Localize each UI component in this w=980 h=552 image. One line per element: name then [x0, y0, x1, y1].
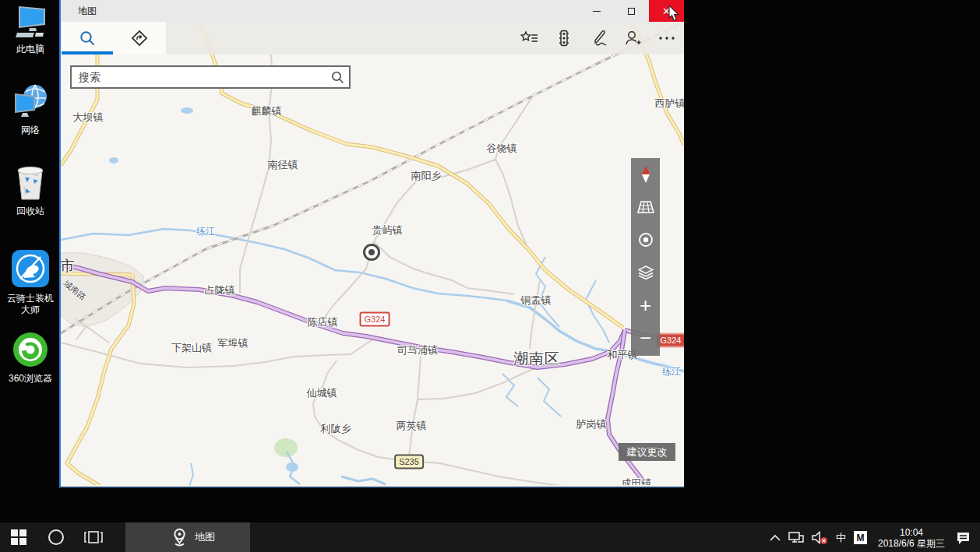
map-label: 麒麟镇	[252, 104, 282, 118]
map-label: 成田镇	[622, 476, 652, 485]
toolbar-right-icons	[513, 22, 684, 54]
map-label: 占陇镇	[205, 283, 235, 297]
desktop-icon-recycle-bin[interactable]: 回收站	[0, 163, 61, 217]
map-label: 军埠镇	[218, 336, 249, 350]
map-label: 南阳乡	[411, 169, 442, 183]
window-title: 地图	[78, 5, 97, 18]
more-icon[interactable]	[650, 22, 684, 54]
map-label: 铜盂镇	[521, 294, 552, 308]
tray-volume-muted-icon[interactable]	[808, 522, 832, 552]
desktop-icon-yunqishi[interactable]: 云骑士装机大师	[0, 249, 61, 316]
this-pc-icon	[12, 5, 48, 39]
map-label: 仙城镇	[307, 386, 337, 400]
mouse-cursor	[668, 5, 681, 26]
minimize-button[interactable]	[579, 0, 614, 22]
desktop-icon-label: 网络	[0, 125, 61, 136]
minimize-icon	[593, 11, 601, 12]
task-view-button[interactable]	[75, 522, 112, 552]
suggest-change-button[interactable]: 建议更改	[619, 443, 675, 461]
taskbar-app-maps[interactable]: 地图	[125, 522, 250, 552]
taskbar-app-label: 地图	[195, 530, 215, 544]
maximize-icon	[628, 8, 635, 15]
cortana-button[interactable]	[37, 522, 75, 552]
tab-search[interactable]	[61, 22, 114, 54]
network-icon	[12, 83, 49, 120]
search-box	[70, 65, 351, 89]
desktop-icon-label: 回收站	[0, 206, 61, 217]
desktop-icon-column: 此电脑 网络 回收站	[0, 0, 61, 522]
my-location-icon[interactable]	[631, 223, 660, 256]
map-label: 市	[61, 256, 76, 276]
map-label: 胪岗镇	[576, 417, 607, 431]
tab-directions[interactable]	[114, 22, 167, 54]
add-people-icon[interactable]	[615, 22, 650, 54]
taskbar-clock[interactable]: 10:04 2018/6/6 星期三	[871, 527, 952, 549]
system-tray: 中 M 10:04 2018/6/6 星期三	[766, 522, 980, 552]
map-label: 陈店镇	[308, 315, 338, 329]
traffic-icon[interactable]	[547, 22, 581, 54]
map-label: 潮南区	[513, 349, 560, 369]
desktop-icon-label: 此电脑	[0, 44, 61, 55]
map-controls-panel: + −	[631, 158, 660, 356]
tray-m-badge[interactable]: M	[850, 522, 871, 552]
desktop-icon-label: 360浏览器	[0, 373, 61, 385]
maps-window: 大坝镇麒麟镇南径镇谷饶镇西胪镇南阳乡贵屿镇练江占陇镇陈店镇铜盂镇下架山镇军埠镇司…	[59, 0, 684, 488]
maps-pin-icon	[171, 528, 189, 547]
taskbar: 地图 中 M 10:04 2018/6/6 星期三	[0, 522, 980, 552]
yunqishi-app-icon	[11, 249, 50, 288]
tilt-icon[interactable]	[631, 191, 660, 223]
map-label: 司马浦镇	[397, 343, 438, 357]
task-view-icon	[84, 530, 103, 544]
desktop-screen: 此电脑 网络 回收站	[0, 0, 980, 552]
map-label: 利陂乡	[321, 422, 351, 436]
compass-icon[interactable]	[631, 158, 660, 191]
cortana-circle-icon	[48, 529, 65, 546]
360-browser-icon	[12, 331, 49, 368]
map-label: 贵屿镇	[372, 223, 403, 237]
clock-time: 10:04	[878, 527, 945, 538]
recycle-bin-icon	[14, 163, 47, 201]
favorites-icon[interactable]	[513, 22, 547, 54]
map-location-marker[interactable]	[363, 244, 380, 261]
toolbar-left-panel	[61, 22, 166, 54]
map-label: 谷饶镇	[487, 142, 517, 156]
search-icon	[79, 30, 95, 46]
map-canvas[interactable]: 大坝镇麒麟镇南径镇谷饶镇西胪镇南阳乡贵屿镇练江占陇镇陈店镇铜盂镇下架山镇军埠镇司…	[61, 22, 684, 485]
tray-chevron-up-icon[interactable]	[766, 522, 784, 552]
road-badge: S235	[394, 455, 424, 469]
desktop-icon-network[interactable]: 网络	[0, 83, 61, 136]
map-label: 南径镇	[268, 158, 298, 172]
action-center-icon[interactable]	[952, 522, 980, 552]
road-badge: G324	[360, 312, 390, 327]
layers-icon[interactable]	[631, 256, 660, 289]
desktop-icon-label: 云骑士装机大师	[5, 293, 55, 316]
map-label: 西胪镇	[655, 97, 685, 111]
tray-network-icon[interactable]	[784, 522, 808, 552]
road-badge: G324	[656, 333, 684, 348]
desktop-icon-360-browser[interactable]: 360浏览器	[0, 331, 61, 385]
map-label: 练江	[196, 225, 215, 238]
map-label: 两英镇	[397, 419, 427, 433]
search-submit-icon[interactable]	[326, 71, 349, 84]
maps-toolbar	[61, 22, 684, 54]
tray-ime-indicator[interactable]: 中	[832, 522, 850, 552]
map-label: 大坝镇	[73, 111, 104, 125]
ink-icon[interactable]	[581, 22, 615, 54]
windows-logo-icon	[11, 529, 26, 545]
map-label: 下架山镇	[171, 341, 212, 355]
zoom-out-button[interactable]: −	[631, 322, 660, 354]
start-button[interactable]	[0, 522, 37, 552]
titlebar[interactable]: 地图 ✕	[61, 0, 684, 22]
desktop-icon-this-pc[interactable]: 此电脑	[0, 5, 61, 55]
zoom-in-button[interactable]: +	[631, 289, 660, 322]
maximize-button[interactable]	[614, 0, 649, 22]
directions-icon	[131, 30, 148, 47]
clock-date: 2018/6/6 星期三	[878, 538, 945, 549]
map-label: 练江	[662, 365, 681, 378]
search-input[interactable]	[72, 71, 326, 83]
